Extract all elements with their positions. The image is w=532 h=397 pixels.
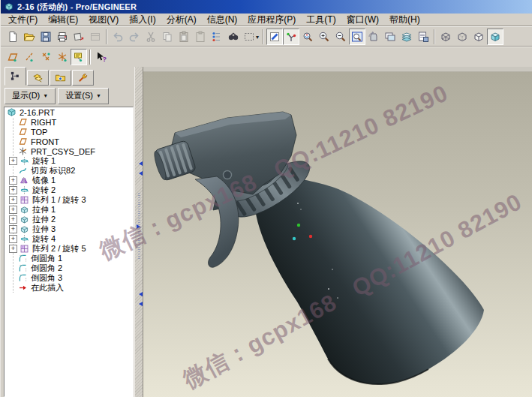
favorites-tab[interactable] [72, 70, 94, 86]
bottle-body[interactable] [254, 177, 484, 384]
sash-collapse-arrow-icon[interactable] [137, 292, 143, 296]
tree-item[interactable]: 倒圆角 1 [5, 254, 133, 263]
refit-button[interactable] [349, 29, 365, 45]
tree-item[interactable]: TOP [5, 127, 133, 137]
tree-item[interactable]: +拉伸 1 [5, 205, 133, 215]
menu-item-view[interactable]: 视图(V) [83, 13, 124, 27]
menu-item-edit[interactable]: 编辑(E) [43, 13, 83, 27]
sash-collapse-arrow-icon[interactable] [137, 171, 143, 176]
layers-button[interactable] [398, 29, 415, 45]
paste-button[interactable] [176, 29, 192, 45]
layer-tree-tab[interactable] [27, 70, 49, 86]
hidden-line-display-button[interactable] [454, 29, 470, 45]
datum-plane-t-icon [18, 127, 29, 137]
erase-display-button[interactable] [71, 29, 87, 45]
model-tree[interactable]: 2-16.PRTRIGHTTOPFRONTPRT_CSYS_DEF+旋转 1切剪… [4, 107, 134, 397]
expand-toggle[interactable]: + [9, 186, 17, 194]
menu-item-applications[interactable]: 应用程序(P) [242, 13, 301, 27]
delete-old-versions-button[interactable] [87, 29, 104, 45]
open-file-button[interactable] [21, 29, 38, 45]
graphics-viewport[interactable] [143, 67, 532, 397]
context-help-button[interactable]: ? [93, 49, 110, 65]
datum-planes-toggle-button[interactable] [5, 49, 21, 65]
extrude-icon [20, 205, 30, 215]
sash-collapse-arrow-icon[interactable] [137, 161, 143, 166]
expand-toggle[interactable]: + [9, 206, 17, 214]
annotations-toggle-button[interactable] [71, 49, 87, 65]
menu-bar: 文件(F)编辑(E)视图(V)插入(I)分析(A)信息(N)应用程序(P)工具(… [1, 14, 532, 26]
shaded-display-button[interactable] [487, 29, 503, 45]
menu-item-window[interactable]: 窗口(W) [341, 13, 384, 27]
expand-toggle[interactable]: + [9, 245, 17, 253]
tree-item[interactable]: FRONT [5, 137, 133, 146]
zoom-out-button[interactable] [332, 29, 349, 45]
tree-item[interactable]: +阵列 2 / 旋转 5 [5, 244, 133, 254]
zoom-in-button[interactable] [316, 29, 332, 45]
orient-mode-button[interactable] [299, 29, 316, 45]
tree-item[interactable]: PRT_CSYS_DEF [5, 146, 133, 156]
cut-button[interactable] [143, 29, 159, 45]
tree-settings-button[interactable]: 设置(S) ▼ [58, 88, 109, 104]
no-hidden-display-button[interactable] [470, 29, 487, 45]
tree-item-label: PRT_CSYS_DEF [31, 147, 95, 156]
selection-filter-button[interactable]: ▾ [242, 29, 260, 45]
dropdown-arrow-icon[interactable]: ▾ [256, 34, 259, 41]
insert-here-icon [18, 283, 29, 293]
model-tree-toolbar: 显示(D) ▼ 设置(S) ▼ [4, 86, 134, 106]
new-file-button[interactable] [5, 29, 21, 45]
tree-item[interactable]: +拉伸 2 [5, 215, 133, 224]
redo-button[interactable] [126, 29, 143, 45]
backup-icon [89, 31, 101, 43]
tree-item[interactable]: 在此插入 [5, 283, 133, 293]
saved-views-button[interactable] [382, 29, 398, 45]
tree-item[interactable]: +阵列 1 / 旋转 3 [5, 195, 133, 205]
menu-item-help[interactable]: 帮助(H) [384, 13, 425, 27]
reorient-view-button[interactable] [365, 29, 382, 45]
tree-item[interactable]: +镜像 1 [5, 176, 133, 185]
expand-toggle[interactable]: + [9, 225, 17, 233]
print-button[interactable] [54, 29, 71, 45]
select-box-icon [243, 31, 255, 43]
sash-expand-arrow-icon[interactable] [137, 224, 143, 229]
expand-toggle[interactable]: + [9, 157, 17, 165]
menu-item-info[interactable]: 信息(N) [202, 13, 243, 27]
menu-item-insert[interactable]: 插入(I) [124, 13, 161, 27]
view-manager-button[interactable] [415, 29, 431, 45]
wireframe-display-button[interactable] [437, 29, 454, 45]
title-bar[interactable]: 2-16 (活动的) - Pro/ENGINEER [1, 0, 532, 14]
tree-item[interactable]: 倒圆角 2 [5, 263, 133, 273]
cube-shaded-icon [489, 31, 501, 43]
datum-points-toggle-button[interactable] [38, 49, 54, 65]
expand-toggle[interactable]: + [9, 215, 17, 224]
save-file-button[interactable] [38, 29, 54, 45]
model-tree-tab[interactable] [5, 67, 26, 86]
regenerate-button[interactable] [209, 29, 225, 45]
tree-item[interactable]: 切剪 标识82 [5, 166, 133, 176]
tree-settings-label: 设置(S) [65, 90, 93, 101]
spin-center-toggle-button[interactable] [283, 29, 299, 45]
spray-bottle-model[interactable] [143, 67, 532, 397]
copy-button[interactable] [159, 29, 176, 45]
expand-toggle[interactable]: + [9, 196, 17, 204]
paste-special-button[interactable] [192, 29, 209, 45]
csys-display-toggle-button[interactable] [54, 49, 71, 65]
cube-nohidden-icon [473, 31, 485, 43]
expand-toggle[interactable]: + [9, 235, 17, 243]
navigator-sash[interactable] [134, 67, 143, 397]
folder-browser-tab[interactable] [50, 70, 71, 86]
undo-button[interactable] [110, 29, 126, 45]
tree-show-button[interactable]: 显示(D) ▼ [5, 88, 56, 104]
tree-item[interactable]: 2-16.PRT [5, 107, 133, 117]
tree-item[interactable]: 倒圆角 3 [5, 273, 133, 283]
menu-item-file[interactable]: 文件(F) [3, 13, 43, 27]
tree-item[interactable]: +拉伸 3 [5, 224, 133, 234]
menu-item-analysis[interactable]: 分析(A) [161, 13, 202, 27]
zoom-in-icon [318, 31, 330, 43]
find-button[interactable] [225, 29, 242, 45]
repaint-button[interactable] [266, 29, 283, 45]
datum-axes-toggle-button[interactable] [21, 49, 38, 65]
sash-collapse-arrow-icon[interactable] [137, 302, 143, 306]
tree-item[interactable]: RIGHT [5, 117, 133, 127]
menu-item-tools[interactable]: 工具(T) [301, 13, 341, 27]
expand-toggle[interactable]: + [9, 176, 17, 185]
